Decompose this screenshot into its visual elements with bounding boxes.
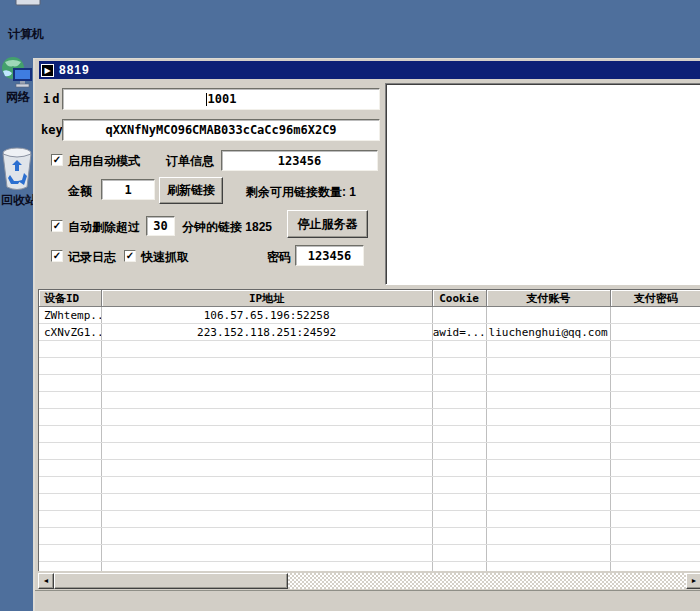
table-header: 设备ID IP地址 Cookie 支付账号 支付密码 [39,290,700,307]
check-icon: ✓ [53,220,61,231]
cell-ip [102,392,433,408]
scrollbar-thumb[interactable] [54,573,288,589]
table-row-empty [39,545,700,562]
cell-ip [102,511,433,527]
cell-device [39,443,102,459]
amount-value: 1 [124,183,131,197]
cell-device [39,528,102,544]
cell-ip [102,341,433,357]
cell-ip [102,358,433,374]
network-icon[interactable] [0,56,34,90]
stop-server-button[interactable]: 停止服务器 [287,210,368,238]
id-input[interactable]: 1001 [62,88,380,110]
cell-account [487,477,611,493]
column-header-pay-account[interactable]: 支付账号 [487,290,611,307]
cell-account [487,443,611,459]
cell-cookie [433,460,487,476]
cell-device [39,426,102,442]
id-label: id [43,92,61,106]
computer-icon-label[interactable]: 计算机 [2,26,50,43]
cell-cookie [433,511,487,527]
minutes-input[interactable]: 30 [146,216,175,236]
cell-ip: 106.57.65.196:52258 [102,307,433,323]
cell-account: liuchenghui@qq.com [487,324,611,340]
column-header-ip[interactable]: IP地址 [102,290,433,307]
fast-grab-checkbox[interactable]: ✓ [124,250,136,262]
cell-extra [611,358,700,374]
cell-account [487,392,611,408]
cell-extra [611,409,700,425]
cell-extra [611,528,700,544]
window-titlebar[interactable]: ▶ 8819 [39,61,700,79]
cell-ip [102,494,433,510]
cell-ip [102,443,433,459]
cell-extra [611,562,700,571]
cell-account [487,341,611,357]
amount-input[interactable]: 1 [101,179,155,200]
cell-cookie [433,375,487,391]
remaining-links-label: 剩余可用链接数量: 1 [246,184,356,201]
cell-account [487,545,611,561]
auto-delete-checkbox[interactable]: ✓ [51,220,63,232]
desktop: 计算机 网络 回收站 ▶ 8819 id [0,0,700,611]
app-window: ▶ 8819 id 1001 key qXXNfNyMCO96CMAB033cC… [33,58,700,611]
cell-account [487,562,611,571]
computer-icon[interactable] [10,0,46,9]
table-row-empty [39,443,700,460]
cell-cookie [433,358,487,374]
password-input[interactable]: 123456 [295,245,364,266]
table-row-empty [39,528,700,545]
cell-ip [102,375,433,391]
table-row-empty [39,477,700,494]
cell-device [39,477,102,493]
table-row[interactable]: ZWhtemp...106.57.65.196:52258 [39,307,700,324]
cell-account [487,494,611,510]
cell-cookie [433,528,487,544]
cell-account [487,528,611,544]
order-info-input[interactable]: 123456 [221,150,378,171]
column-header-pay-password[interactable]: 支付密码 [611,290,700,307]
scroll-left-icon: ◄ [43,577,50,584]
cell-device: ZWhtemp... [39,307,102,323]
horizontal-scrollbar[interactable]: ◄ ► [38,573,700,589]
log-checkbox[interactable]: ✓ [51,250,63,262]
cell-device [39,562,102,571]
cell-cookie [433,494,487,510]
key-value: qXXNfNyMCO96CMAB033cCaCc96m6X2C9 [105,123,336,137]
recycle-bin-icon[interactable] [0,145,34,191]
cell-extra [611,443,700,459]
cell-account [487,460,611,476]
cell-extra [611,477,700,493]
cell-device [39,341,102,357]
cell-cookie [433,392,487,408]
cell-cookie [433,341,487,357]
scroll-left-button[interactable]: ◄ [38,573,54,589]
cell-extra [611,341,700,357]
table-row-empty [39,494,700,511]
window-title: 8819 [59,63,90,77]
app-icon: ▶ [41,64,54,77]
cell-ip [102,528,433,544]
table-row-empty [39,426,700,443]
cell-account [487,511,611,527]
scroll-right-button[interactable]: ► [686,573,700,589]
table-row-empty [39,562,700,571]
network-icon-label[interactable]: 网络 [0,89,36,106]
amount-label: 金额 [68,183,92,200]
auto-mode-checkbox[interactable]: ✓ [51,154,63,166]
cell-device [39,460,102,476]
check-icon: ✓ [126,250,134,261]
cell-extra [611,392,700,408]
table-row[interactable]: cXNvZG1...223.152.118.251:24592awid=...l… [39,324,700,341]
column-header-device-id[interactable]: 设备ID [39,290,102,307]
table-row-empty [39,375,700,392]
cell-ip [102,477,433,493]
window-bottom-strip [35,590,700,611]
key-input[interactable]: qXXNfNyMCO96CMAB033cCaCc96m6X2C9 [62,119,380,141]
column-header-cookie[interactable]: Cookie [433,290,487,307]
cell-account [487,375,611,391]
refresh-links-button[interactable]: 刷新链接 [159,177,223,204]
table-row-empty [39,409,700,426]
cell-account [487,307,611,323]
table-row-empty [39,460,700,477]
